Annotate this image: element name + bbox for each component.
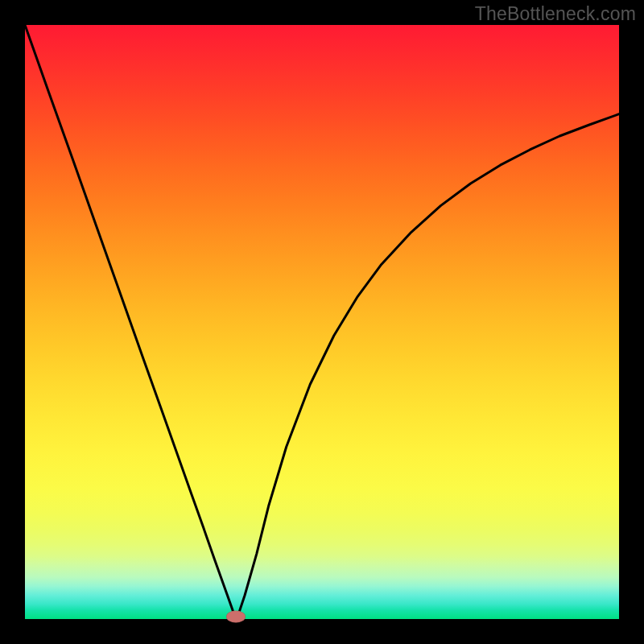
curve-minimum-marker [226,611,246,623]
watermark-text: TheBottleneck.com [475,3,636,25]
plot-area [25,25,619,619]
chart-frame: TheBottleneck.com [0,0,644,644]
bottleneck-curve [25,25,619,619]
